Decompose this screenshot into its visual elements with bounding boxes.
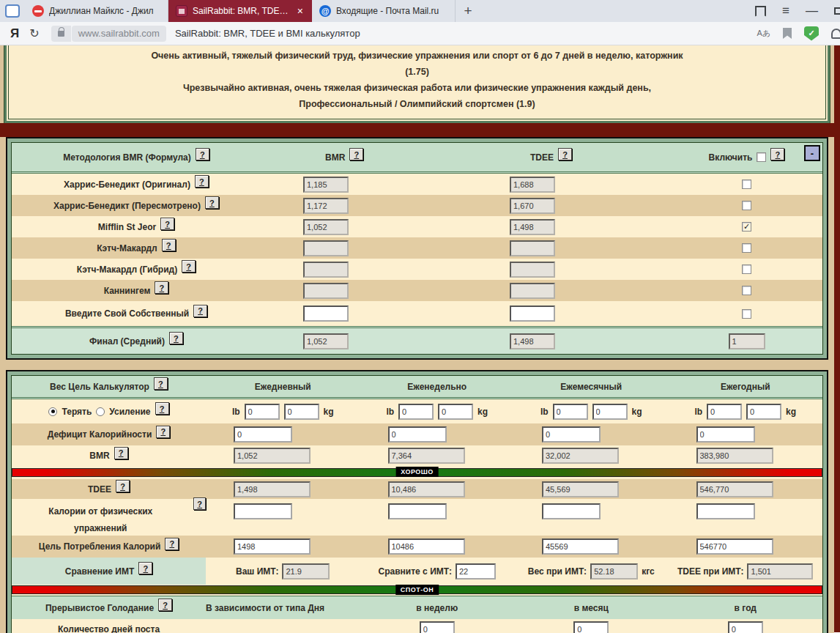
tdee-period-input[interactable] — [542, 481, 619, 497]
translate-icon[interactable]: Aあ — [757, 28, 770, 39]
intake-input[interactable] — [388, 538, 465, 555]
final-bmr-input[interactable] — [303, 333, 349, 349]
gain-radio[interactable] — [96, 407, 105, 416]
tdee-value-input[interactable] — [510, 240, 555, 256]
kg-input[interactable] — [438, 404, 473, 420]
shield-icon[interactable]: ✓ — [804, 26, 819, 41]
menu-icon[interactable]: ≡ — [782, 4, 789, 18]
tab-jillian[interactable]: Джиллиан Майклс - Джил — [25, 0, 168, 22]
exercise-input[interactable] — [696, 503, 755, 519]
tdee-period-input[interactable] — [696, 481, 773, 497]
include-checkbox[interactable] — [742, 243, 751, 253]
help-button[interactable]: ? — [182, 260, 196, 273]
close-tab-icon[interactable]: × — [296, 5, 305, 17]
deficit-input[interactable] — [388, 426, 447, 443]
help-button[interactable]: ? — [154, 377, 168, 390]
kg-input[interactable] — [746, 404, 781, 420]
your-bmi-input[interactable] — [282, 563, 330, 580]
bookmark-icon[interactable] — [783, 28, 792, 39]
help-button[interactable]: ? — [349, 148, 363, 160]
final-count-input[interactable] — [729, 333, 765, 349]
help-button[interactable]: ? — [156, 426, 170, 438]
help-button[interactable]: ? — [138, 562, 152, 574]
bmr-period-input[interactable] — [234, 448, 311, 464]
yandex-logo[interactable]: Я — [10, 26, 19, 41]
lb-input[interactable] — [707, 404, 742, 420]
tab-sailrabbit-active[interactable]: SailRabbit: BMR, TDEE и × — [168, 0, 312, 22]
exercise-input[interactable] — [542, 503, 601, 519]
new-tab-button[interactable]: + — [456, 0, 480, 22]
sidebar-chat-button[interactable] — [0, 0, 25, 22]
fast-days-input[interactable] — [573, 621, 609, 633]
fast-days-input[interactable] — [420, 621, 455, 633]
deficit-input[interactable] — [542, 426, 601, 443]
include-checkbox[interactable] — [742, 179, 751, 189]
final-tdee-input[interactable] — [510, 333, 555, 349]
intake-input[interactable] — [234, 538, 311, 555]
url-field[interactable]: www.sailrabbit.com — [72, 26, 166, 42]
bookmarks-panel-icon[interactable] — [755, 6, 766, 17]
refresh-icon[interactable]: ↻ — [29, 26, 39, 40]
help-button[interactable]: ? — [114, 447, 128, 459]
help-button[interactable]: ? — [169, 332, 183, 344]
tdee-period-input[interactable] — [234, 481, 311, 497]
include-checkbox[interactable] — [742, 286, 751, 295]
help-button[interactable]: ? — [158, 599, 172, 611]
help-button[interactable]: ? — [195, 175, 209, 188]
bmr-period-input[interactable] — [388, 448, 465, 464]
help-button[interactable]: ? — [160, 218, 174, 230]
include-all-checkbox[interactable] — [757, 152, 766, 162]
bmr-value-input[interactable] — [303, 240, 349, 256]
tdee-value-input[interactable] — [510, 283, 555, 299]
collapse-button[interactable]: - — [804, 145, 820, 161]
include-checkbox[interactable] — [742, 264, 751, 274]
fast-days-input[interactable] — [728, 621, 763, 633]
exercise-input[interactable] — [388, 503, 447, 519]
help-button[interactable]: ? — [205, 196, 219, 209]
help-button[interactable]: ? — [155, 281, 168, 294]
tdee-at-bmi-input[interactable] — [747, 563, 813, 580]
bmr-value-input[interactable] — [303, 283, 349, 299]
tdee-period-input[interactable] — [388, 481, 465, 497]
site-security-button[interactable] — [51, 26, 71, 42]
compare-bmi-input[interactable] — [456, 563, 496, 580]
help-button[interactable]: ? — [165, 538, 179, 550]
kg-input[interactable] — [592, 404, 628, 420]
lb-input[interactable] — [245, 404, 280, 420]
tab-mail[interactable]: @ Входящие - Почта Mail.ru — [312, 0, 456, 22]
help-button[interactable]: ? — [770, 148, 784, 160]
include-checkbox[interactable]: ✓ — [742, 222, 751, 232]
tdee-value-input[interactable] — [510, 198, 555, 214]
tdee-value-input[interactable] — [510, 219, 555, 235]
bmr-value-input[interactable] — [303, 262, 349, 278]
help-button[interactable]: ? — [193, 305, 207, 317]
bmr-value-input[interactable] — [303, 219, 349, 235]
intake-input[interactable] — [696, 538, 773, 555]
minimize-icon[interactable]: — — [806, 4, 818, 18]
tdee-value-input[interactable] — [510, 262, 555, 278]
include-checkbox[interactable] — [742, 309, 751, 319]
deficit-input[interactable] — [234, 426, 292, 443]
maximize-icon[interactable] — [834, 7, 840, 15]
lose-radio[interactable] — [48, 407, 57, 416]
include-checkbox[interactable] — [742, 201, 751, 210]
custom-tdee-input[interactable] — [510, 306, 555, 322]
exercise-input[interactable] — [234, 503, 292, 519]
lb-input[interactable] — [398, 404, 434, 420]
custom-bmr-input[interactable] — [303, 306, 349, 322]
intake-input[interactable] — [542, 538, 619, 555]
weight-at-bmi-input[interactable] — [590, 563, 638, 580]
help-button[interactable]: ? — [162, 239, 176, 251]
bmr-value-input[interactable] — [303, 198, 349, 214]
lb-input[interactable] — [553, 404, 588, 420]
key-icon[interactable] — [831, 29, 840, 39]
help-button[interactable]: ? — [193, 497, 206, 510]
help-button[interactable]: ? — [155, 402, 169, 415]
deficit-input[interactable] — [696, 426, 755, 443]
bmr-period-input[interactable] — [696, 448, 773, 464]
bmr-value-input[interactable] — [303, 177, 349, 193]
help-button[interactable]: ? — [116, 480, 130, 492]
bmr-period-input[interactable] — [542, 448, 619, 464]
help-button[interactable]: ? — [558, 148, 572, 160]
help-button[interactable]: ? — [196, 148, 209, 160]
